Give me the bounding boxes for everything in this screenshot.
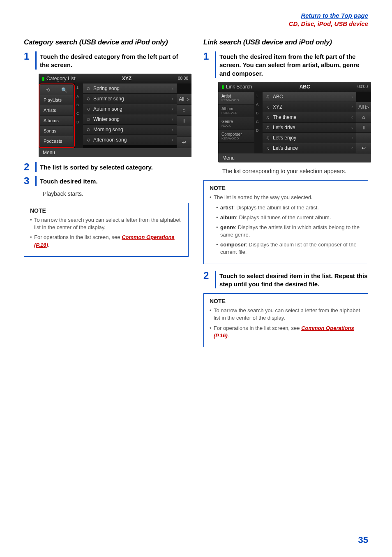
list-item[interactable]: ♫Afternoon song‹ [83, 135, 177, 145]
list-item[interactable]: ♫Let's enjoy‹ [263, 133, 356, 143]
music-icon: ♫ [86, 116, 91, 122]
cat-albums[interactable]: Albums [40, 116, 73, 126]
list-item[interactable]: ♫Spring song‹ [83, 84, 177, 94]
step-3-text: Touch desired item. [40, 176, 98, 186]
right-buttons: All ▷ ⌂ ⫴ ↩ [356, 92, 371, 153]
list-item[interactable]: ♫ABC‹ [263, 92, 356, 102]
music-icon: ♫ [86, 106, 91, 112]
step-2-text: The list is sorted by selected category. [40, 162, 153, 172]
cat-podcasts[interactable]: Podcasts [40, 136, 73, 146]
step-number: 2 [24, 162, 35, 172]
link-search-title: Link search (USB device and iPod only) [203, 38, 368, 46]
step-1-text: Touch the desired item from the left par… [219, 51, 368, 78]
page-number: 35 [358, 535, 368, 545]
song-list: ♫ABC‹ ♫XYZ‹ ♫The theme‹ ♫Let's drive‹ ♫L… [263, 92, 356, 153]
list-item[interactable]: ♫Morning song‹ [83, 125, 177, 135]
note-text: To narrow the search you can select a le… [214, 307, 362, 322]
note-title: NOTE [30, 207, 182, 214]
category-list-screenshot: ▮ Category List XYZ 00:00 ⟲ 🔍 PlayLists … [39, 74, 191, 157]
note-text: album: Displays all tunes of the current… [220, 214, 331, 221]
rbtn-grid[interactable]: ⫴ [356, 123, 371, 133]
rbtn-grid[interactable]: ⫴ [177, 116, 191, 126]
music-icon: ♫ [86, 96, 91, 102]
search-icon: 🔍 [61, 87, 67, 93]
breadcrumb: CD, Disc, iPod, USB device [289, 20, 368, 27]
music-icon: ♫ [86, 86, 91, 91]
list-item[interactable]: ♫Winter song‹ [83, 114, 177, 125]
alpha-list[interactable]: 1ABCD [254, 92, 263, 153]
note-box: NOTE •The list is sorted by the way you … [203, 180, 368, 264]
step-number: 3 [24, 176, 35, 186]
page-header: Return to the Top page CD, Disc, iPod, U… [24, 12, 368, 28]
link-artist[interactable]: ArtistKENWOOD [218, 92, 254, 104]
step-2-text: Touch to select desired item in the list… [219, 271, 368, 289]
alpha-list[interactable]: 1ABCD [75, 84, 83, 148]
note-title: NOTE [210, 298, 362, 304]
link-composer[interactable]: ComporserKENWOOD [218, 130, 254, 143]
rbtn-all[interactable]: All ▷ [356, 102, 371, 112]
note-box: NOTE •To narrow the search you can selec… [24, 203, 189, 257]
rbtn[interactable] [356, 133, 371, 143]
note-title: NOTE [210, 185, 362, 191]
rbtn-home[interactable]: ⌂ [177, 105, 191, 116]
shot-clock: 00:00 [357, 84, 368, 89]
music-icon: ♫ [266, 94, 270, 100]
shot-title: XYZ [76, 76, 178, 81]
cat-playlists[interactable]: PlayLists [40, 95, 73, 105]
note-text: For operations in the list screen, see C… [34, 234, 182, 248]
list-item[interactable]: ♫The theme‹ [263, 112, 356, 123]
note-text: To narrow the search you can select a le… [34, 216, 182, 231]
rbtn-home[interactable]: ⌂ [356, 112, 371, 123]
shot-menu[interactable]: Menu [218, 153, 371, 162]
list-item[interactable]: ♫Let's drive‹ [263, 123, 356, 133]
rbtn-all[interactable]: All ▷ [177, 94, 191, 105]
cat-songs[interactable]: Songs [40, 126, 73, 136]
note-text: The list is sorted by the way you select… [214, 194, 313, 201]
step-3-sub: Playback starts. [43, 190, 189, 198]
music-icon: ♫ [86, 127, 91, 132]
link-sidebar: ArtistKENWOOD AlbumFOREVER GenreROCK Com… [218, 92, 254, 153]
link-genre[interactable]: GenreROCK [218, 117, 254, 130]
shot-clock: 00:00 [178, 76, 188, 81]
category-sidebar: ⟲ 🔍 PlayLists Artists Albums Songs Podca… [39, 84, 75, 148]
rbtn-back[interactable]: ↩ [177, 137, 191, 148]
right-buttons: All ▷ ⌂ ⫴ ↩ [177, 84, 191, 148]
shot-menu[interactable]: Menu [39, 148, 191, 157]
music-icon: ♫ [266, 135, 270, 141]
list-item[interactable]: ♫Let's dance‹ [263, 143, 356, 153]
folder-icon: ⟲ [46, 87, 50, 93]
shot-title: ABC [252, 84, 357, 90]
cat-artists[interactable]: Artists [40, 105, 73, 116]
music-icon: ♫ [266, 114, 270, 120]
right-column: Link search (USB device and iPod only) 1… [203, 35, 368, 347]
marker-icon: ▮ [42, 76, 45, 81]
shot-tab: Link Search [226, 84, 252, 90]
music-icon: ♫ [86, 137, 91, 143]
category-search-title: Category search (USB device and iPod onl… [24, 38, 189, 46]
link-search-screenshot: ▮ Link Search ABC 00:00 ArtistKENWOOD Al… [218, 82, 371, 162]
rbtn[interactable] [177, 84, 191, 94]
list-item[interactable]: ♫XYZ‹ [263, 102, 356, 112]
music-icon: ♫ [266, 125, 270, 130]
step-number: 1 [24, 51, 35, 70]
rbtn[interactable] [177, 126, 191, 137]
song-list: ♫Spring song‹ ♫Summer song‹ ♫Autumn song… [83, 84, 177, 148]
rbtn-back[interactable]: ↩ [356, 143, 371, 153]
list-item[interactable]: ♫Autumn song‹ [83, 104, 177, 114]
step-number: 1 [203, 51, 215, 78]
note-text: For operations in the list screen, see C… [214, 325, 362, 339]
note-text: artist: Displays the album list of the a… [220, 204, 319, 211]
list-item[interactable]: ♫Summer song‹ [83, 94, 177, 104]
step-1-text: Touch the desired category from the left… [40, 51, 189, 70]
note-box: NOTE •To narrow the search you can selec… [203, 293, 368, 347]
note-text: composer: Displays the album list of the… [220, 241, 362, 256]
left-column: Category search (USB device and iPod onl… [24, 35, 189, 347]
link-album[interactable]: AlbumFOREVER [218, 104, 254, 117]
step-1-sub: The list corresponding to your selection… [222, 167, 368, 176]
marker-icon: ▮ [221, 84, 224, 90]
chevron-icon: ‹ [172, 86, 173, 91]
return-top-link[interactable]: Return to the Top page [301, 12, 368, 19]
music-icon: ♫ [266, 104, 270, 110]
music-icon: ♫ [266, 145, 270, 151]
rbtn[interactable] [356, 92, 371, 102]
